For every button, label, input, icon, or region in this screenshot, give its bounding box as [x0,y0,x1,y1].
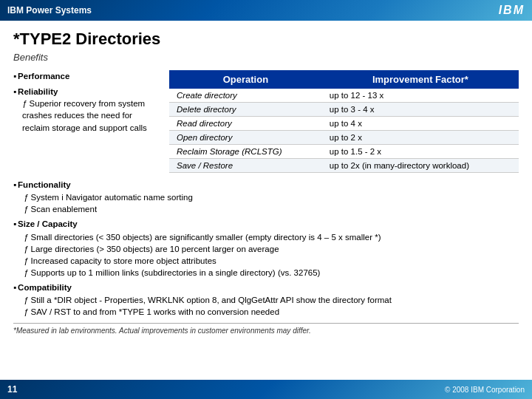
reliability-subitem-1: Superior recovery from system crashes re… [13,98,157,133]
bullet-reliability: Reliability Superior recovery from syste… [13,86,157,134]
full-width-bullets: FunctionalitySystem i Navigator automati… [13,179,519,318]
header-title: IBM Power Systems [7,5,92,16]
benefits-label: Benefits [13,52,519,63]
col1-header: Operation [169,70,322,89]
improvement-cell: up to 3 - 4 x [322,103,519,117]
bullet-performance: Performance [13,70,157,83]
improvement-cell: up to 2 x [322,131,519,145]
functionality-subitem-2: Scan enablement [13,203,519,215]
compatibility-subitem-1: Still a *DIR object - Properties, WRKLNK… [13,294,519,306]
operation-cell: Reclaim Storage (RCLSTG) [169,145,322,159]
page-title: *TYPE2 Directories [13,30,519,49]
footer-note: *Measured in lab environments. Actual im… [13,323,519,335]
bullet-section-compatibility: CompatibilityStill a *DIR object - Prope… [13,282,519,318]
size-capacity-subitem-2: Large directories (> 350 objects) are 10… [13,243,519,255]
table-row: Read directoryup to 4 x [169,117,519,131]
improvement-cell: up to 12 - 13 x [322,89,519,103]
improvement-cell: up to 1.5 - 2 x [322,145,519,159]
copyright: © 2008 IBM Corporation [445,386,525,394]
content: *TYPE2 Directories Benefits Performance … [0,21,532,339]
improvement-cell: up to 2x (in many-directory workload) [322,159,519,173]
col2-header: Improvement Factor* [322,70,519,89]
operation-table: Operation Improvement Factor* Create dir… [169,70,519,173]
operation-cell: Create directory [169,89,322,103]
reliability-header: Reliability [13,86,157,98]
page-number: 11 [7,384,17,395]
size-capacity-subitem-3: Increased capacity to store more object … [13,255,519,267]
header: IBM Power Systems IBM [0,0,532,21]
functionality-subitem-1: System i Navigator automatic name sortin… [13,191,519,203]
bullet-section-functionality: FunctionalitySystem i Navigator automati… [13,179,519,215]
functionality-header: Functionality [13,179,519,191]
operation-cell: Save / Restore [169,159,322,173]
size-capacity-header: Size / Capacity [13,218,519,231]
right-column: Operation Improvement Factor* Create dir… [169,70,519,173]
table-row: Open directoryup to 2 x [169,131,519,145]
ibm-logo: IBM [499,4,525,17]
left-column: Performance Reliability Superior recover… [13,70,157,173]
bullet-section-size-capacity: Size / CapacitySmall directories (< 350 … [13,218,519,279]
performance-header: Performance [13,70,157,83]
operation-cell: Open directory [169,131,322,145]
table-row: Reclaim Storage (RCLSTG)up to 1.5 - 2 x [169,145,519,159]
table-row: Create directoryup to 12 - 13 x [169,89,519,103]
size-capacity-subitem-4: Supports up to 1 million links (subdirec… [13,267,519,279]
operation-cell: Delete directory [169,103,322,117]
compatibility-header: Compatibility [13,282,519,294]
table-row: Delete directoryup to 3 - 4 x [169,103,519,117]
main-body: Performance Reliability Superior recover… [13,70,519,173]
size-capacity-subitem-1: Small directories (< 350 objects) are si… [13,231,519,243]
bottom-bar: 11 © 2008 IBM Corporation [0,380,532,399]
compatibility-subitem-2: SAV / RST to and from *TYPE 1 works with… [13,306,519,318]
improvement-cell: up to 4 x [322,117,519,131]
operation-cell: Read directory [169,117,322,131]
table-row: Save / Restoreup to 2x (in many-director… [169,159,519,173]
